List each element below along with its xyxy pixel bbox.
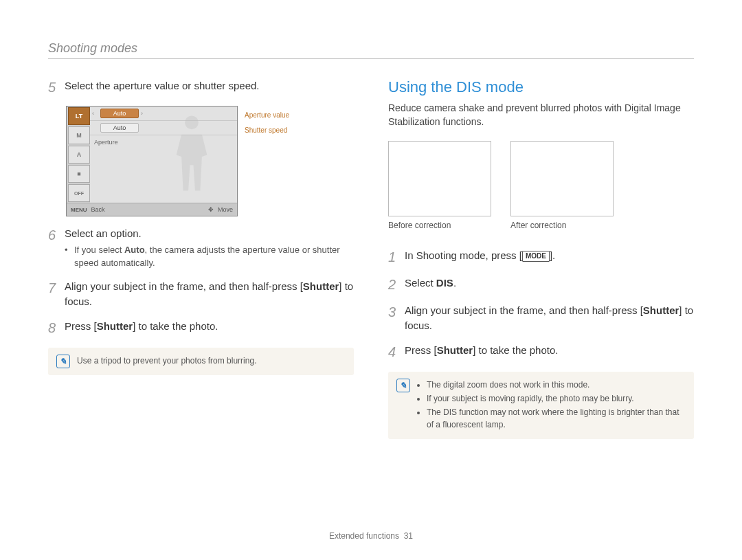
comparison-figures: Before correction After correction (388, 141, 694, 243)
figure-before: Before correction (388, 141, 491, 243)
figure-caption: After correction (510, 221, 614, 230)
footer-page: 31 (404, 531, 413, 541)
step-text: Press [Shutter] to take the photo. (65, 319, 354, 337)
note-box-dis: ✎ The digital zoom does not work in this… (388, 372, 694, 439)
back-label: Back (91, 206, 105, 213)
aperture-label: Aperture (94, 139, 118, 146)
note-item: If your subject is moving rapidly, the p… (427, 392, 686, 405)
side-icon-m: M (68, 126, 90, 144)
step-number: 2 (388, 276, 405, 293)
step-number: 4 (388, 343, 405, 361)
step-3: 3 Align your subject in the frame, and t… (388, 303, 694, 333)
left-column: 5 Select the aperture value or shutter s… (48, 78, 354, 439)
note-icon: ✎ (396, 379, 410, 392)
note-item: The digital zoom does not work in this m… (427, 379, 686, 391)
figure-caption: Before correction (388, 221, 491, 230)
move-icon: ✥ (208, 206, 214, 213)
step-number: 8 (48, 319, 65, 337)
camera-side-icons: LT M A ■ OFF (67, 107, 90, 203)
step-5: 5 Select the aperture value or shutter s… (48, 78, 354, 96)
side-icon-square: ■ (68, 165, 90, 183)
menu-label: MENU (71, 207, 87, 213)
step-text: Align your subject in the frame, and the… (405, 303, 694, 333)
step-number: 7 (48, 279, 65, 309)
note-box-tripod: ✎ Use a tripod to prevent your photos fr… (48, 348, 354, 375)
step-body: Select an option. If you select Auto, th… (65, 226, 354, 269)
step-number: 1 (388, 248, 405, 266)
step-number: 6 (48, 226, 65, 269)
shutter-value-field: Auto (100, 123, 139, 133)
note-item: The DIS function may not work where the … (427, 406, 686, 431)
step-text: Select DIS. (405, 276, 694, 293)
note-text: Use a tripod to prevent your photos from… (77, 355, 256, 368)
annotation-shutter: Shutter speed (245, 126, 287, 134)
label-row: Aperture (90, 135, 237, 149)
section-intro: Reduce camera shake and prevent blurred … (388, 102, 694, 128)
note-icon: ✎ (56, 355, 70, 368)
camera-screen-figure: LT M A ■ OFF ‹ Auto › ‹ (66, 106, 236, 216)
annotation-aperture: Aperture value (245, 111, 289, 119)
step-6: 6 Select an option. If you select Auto, … (48, 226, 354, 269)
step-text: Select the aperture value or shutter spe… (65, 78, 354, 96)
step-sub-bullet: If you select Auto, the camera adjusts t… (65, 244, 354, 270)
right-arrow-icon: › (141, 110, 143, 117)
right-column: Using the DIS mode Reduce camera shake a… (388, 78, 694, 439)
step-number: 5 (48, 78, 65, 96)
side-icon-off: OFF (68, 184, 90, 202)
step-text: In Shooting mode, press [MODE]. (405, 248, 694, 266)
aperture-value-field: Auto (100, 109, 139, 118)
step-7: 7 Align your subject in the frame, and t… (48, 279, 354, 309)
step-8: 8 Press [Shutter] to take the photo. (48, 319, 354, 337)
side-icon-lt: LT (68, 107, 90, 125)
side-icon-a: A (68, 146, 90, 164)
step-text: Align your subject in the frame, and the… (65, 279, 354, 309)
camera-screen: LT M A ■ OFF ‹ Auto › ‹ (66, 106, 238, 216)
camera-main-area: ‹ Auto › ‹ Auto Aperture (90, 107, 237, 203)
left-arrow-icon: ‹ (92, 110, 94, 117)
figure-placeholder (510, 141, 614, 216)
step-4: 4 Press [Shutter] to take the photo. (388, 343, 694, 361)
step-1: 1 In Shooting mode, press [MODE]. (388, 248, 694, 266)
step-number: 3 (388, 303, 405, 333)
figure-after: After correction (510, 141, 614, 243)
page-footer: Extended functions 31 (0, 531, 742, 541)
mode-key: MODE (522, 251, 550, 262)
step-text: Press [Shutter] to take the photo. (405, 343, 694, 361)
two-column-layout: 5 Select the aperture value or shutter s… (48, 78, 694, 439)
section-heading: Using the DIS mode (388, 78, 694, 96)
step-text: Select an option. (65, 227, 142, 239)
move-label: Move (218, 206, 233, 213)
aperture-row: ‹ Auto › (90, 107, 237, 121)
shutter-row: ‹ Auto (90, 121, 237, 135)
figure-placeholder (388, 141, 491, 216)
camera-status-bar: MENU Back ✥ Move (67, 203, 237, 216)
note-list: The digital zoom does not work in this m… (417, 379, 686, 432)
step-2: 2 Select DIS. (388, 276, 694, 293)
footer-section: Extended functions (329, 531, 399, 541)
page-header: Shooting modes (48, 41, 694, 59)
